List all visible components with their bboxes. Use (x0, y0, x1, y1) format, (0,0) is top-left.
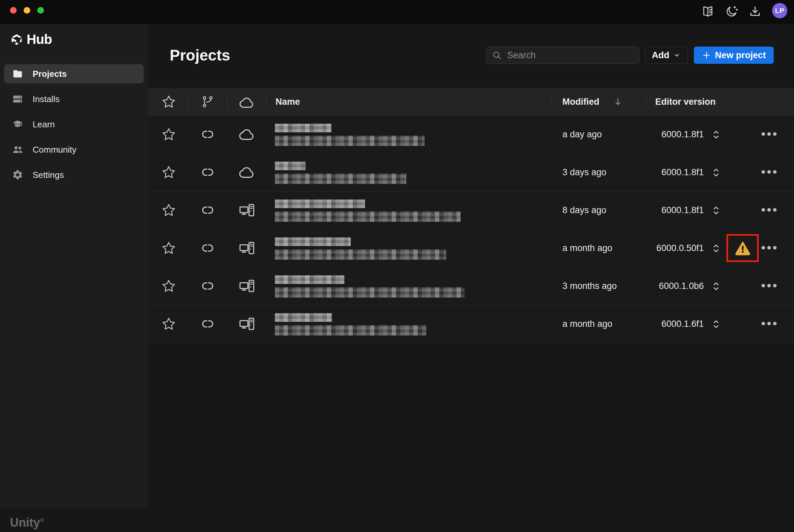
editor-version-value[interactable]: 6000.1.8f1 (661, 116, 704, 153)
hub-logo: Hub (10, 32, 52, 47)
column-divider (266, 94, 266, 110)
link-status-icon (201, 319, 214, 329)
editor-version-value[interactable]: 6000.1.0b6 (659, 267, 704, 305)
sidebar: Hub Projects Installs Learn Community Se… (0, 24, 148, 532)
modified-label: 8 days ago (562, 191, 606, 229)
titlebar: LP (0, 0, 794, 24)
main-content: Projects Add New project Name Modified E… (148, 24, 794, 532)
sidebar-item-label: Learn (33, 119, 55, 130)
redacted-project-name (275, 124, 331, 132)
project-row[interactable]: 8 days ago 6000.1.8f1 (148, 191, 794, 229)
window-close-button[interactable] (10, 7, 17, 14)
row-menu-button[interactable] (761, 207, 777, 213)
local-project-icon (239, 317, 255, 331)
column-divider (227, 94, 227, 110)
project-row[interactable]: a day ago 6000.1.8f1 (148, 115, 794, 154)
version-stepper[interactable] (711, 319, 721, 329)
chevron-down-icon (672, 51, 681, 59)
sidebar-item-community[interactable]: Community (4, 140, 144, 159)
redacted-project-path (275, 249, 446, 260)
redacted-project-name (275, 313, 332, 322)
project-name-redacted (275, 200, 461, 222)
docs-book-icon[interactable] (701, 5, 715, 19)
sidebar-item-settings[interactable]: Settings (4, 165, 144, 185)
project-name-redacted (275, 275, 465, 298)
avatar[interactable]: LP (772, 3, 787, 18)
add-button-label: Add (652, 50, 669, 60)
favorite-star-icon[interactable] (161, 279, 176, 293)
row-menu-button[interactable] (761, 245, 777, 251)
sidebar-footer: Unity® (0, 509, 148, 532)
project-name-redacted (275, 238, 446, 260)
sidebar-item-learn[interactable]: Learn (4, 115, 144, 134)
favorites-column-icon (161, 94, 176, 109)
link-status-icon (201, 281, 214, 291)
editor-version-value[interactable]: 6000.1.6f1 (661, 305, 704, 343)
row-menu-button[interactable] (761, 321, 777, 327)
redacted-project-name (275, 162, 306, 170)
cloud-column-icon (239, 95, 255, 109)
add-button[interactable]: Add (645, 46, 688, 64)
git-branch-column-icon (201, 95, 214, 108)
column-header-name[interactable]: Name (276, 88, 300, 115)
community-people-icon (12, 144, 23, 155)
modified-label: a month ago (562, 229, 612, 267)
window-zoom-button[interactable] (37, 7, 44, 14)
gear-icon (12, 169, 23, 180)
favorite-star-icon[interactable] (161, 317, 176, 331)
version-stepper[interactable] (711, 129, 721, 140)
sidebar-item-projects[interactable]: Projects (4, 64, 144, 83)
redacted-project-path (275, 325, 426, 336)
project-row[interactable]: 3 days ago 6000.1.8f1 (148, 154, 794, 191)
version-stepper[interactable] (711, 167, 721, 178)
editor-version-value[interactable]: 6000.0.50f1 (656, 229, 704, 267)
downloads-icon[interactable] (748, 5, 762, 19)
editor-version-value[interactable]: 6000.1.8f1 (661, 191, 704, 229)
column-header-editor-version[interactable]: Editor version (655, 88, 716, 115)
project-row[interactable]: a month ago 6000.0.50f1 (148, 229, 794, 267)
page-title: Projects (170, 46, 230, 64)
new-project-button[interactable]: New project (694, 46, 774, 64)
unity-wordmark: Unity® (10, 509, 44, 532)
redacted-project-path (275, 136, 425, 146)
project-row[interactable]: a month ago 6000.1.6f1 (148, 305, 794, 343)
search-input[interactable] (506, 50, 639, 61)
search-box (486, 46, 639, 64)
sort-descending-icon[interactable] (613, 97, 623, 107)
redacted-project-name (275, 238, 351, 246)
favorite-star-icon[interactable] (161, 165, 176, 179)
favorite-star-icon[interactable] (161, 203, 176, 217)
favorite-star-icon[interactable] (161, 241, 176, 255)
table-header: Name Modified Editor version (148, 88, 794, 115)
link-status-icon (201, 205, 214, 215)
link-status-icon (201, 167, 214, 177)
sidebar-item-label: Projects (33, 69, 67, 79)
favorite-star-icon[interactable] (161, 127, 176, 141)
search-icon (492, 50, 502, 60)
project-row[interactable]: 3 months ago 6000.1.0b6 (148, 267, 794, 305)
warning-icon[interactable] (735, 240, 751, 256)
annotation-box (726, 234, 759, 262)
version-stepper[interactable] (711, 205, 721, 216)
modified-label: 3 days ago (562, 154, 606, 191)
row-menu-button[interactable] (761, 169, 777, 175)
sidebar-item-label: Installs (33, 94, 59, 104)
sidebar-item-installs[interactable]: Installs (4, 90, 144, 109)
column-header-modified[interactable]: Modified (562, 88, 599, 115)
registered-mark: ® (40, 517, 44, 523)
project-name-redacted (275, 162, 406, 184)
row-menu-button[interactable] (761, 283, 777, 289)
installs-server-icon (12, 93, 23, 105)
dark-mode-moon-icon[interactable] (724, 5, 738, 19)
editor-version-value[interactable]: 6000.1.8f1 (661, 154, 704, 191)
modified-label: 3 months ago (562, 267, 617, 305)
plus-icon (701, 50, 712, 60)
version-stepper[interactable] (711, 243, 721, 254)
link-status-icon (201, 129, 214, 140)
version-stepper[interactable] (711, 281, 721, 291)
window-minimize-button[interactable] (24, 7, 30, 14)
link-status-icon (201, 243, 214, 253)
modified-label: a day ago (562, 116, 602, 153)
folder-icon (12, 68, 23, 79)
row-menu-button[interactable] (761, 131, 777, 137)
